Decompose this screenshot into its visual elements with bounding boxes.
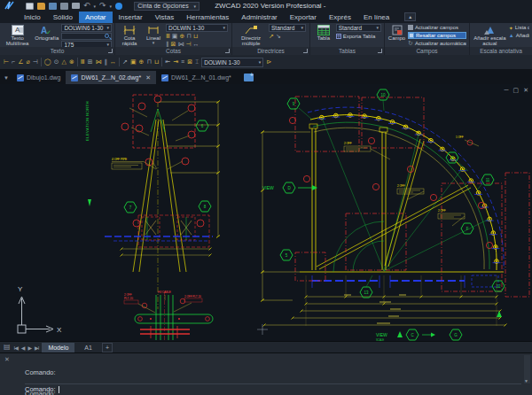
save-as-icon[interactable] xyxy=(60,3,68,10)
dim-style-tool-icon[interactable]: ⌶ xyxy=(195,58,199,66)
undo-icon[interactable]: ↶ xyxy=(83,2,90,10)
tab-herramientas[interactable]: Herramientas xyxy=(180,12,235,23)
scale-list-button[interactable]: ✦Lista d xyxy=(509,24,529,31)
tolerance-tool-icon[interactable]: ▣ xyxy=(130,58,137,66)
minimize-icon[interactable]: ─ xyxy=(505,86,509,94)
export-table-button[interactable]: Exporta Tabla xyxy=(336,33,381,40)
tab-en-linea[interactable]: En línea xyxy=(357,12,395,23)
center-mark-icon[interactable]: ⊓ xyxy=(186,33,191,40)
command-history[interactable]: Comando: Comando: Comando: Comando: <cam… xyxy=(25,355,518,383)
arc-length-tool-icon[interactable]: △ xyxy=(62,58,66,66)
close-icon[interactable]: ✕ xyxy=(523,86,528,94)
dim-text-edit-tool-icon[interactable]: ⊓ xyxy=(146,58,151,66)
close-command-icon[interactable]: ✕ xyxy=(4,356,10,363)
radius-dim-tool-icon[interactable]: ◯ xyxy=(44,58,51,66)
open-file-icon[interactable] xyxy=(37,3,45,10)
linear-dimension-button[interactable]: Lineal▾ xyxy=(143,24,164,46)
doc-tab-dw61-01[interactable]: DW61_Z...N_01.dwg* xyxy=(156,71,237,84)
close-tab-icon[interactable]: ✕ xyxy=(145,74,151,81)
highlight-fields-button[interactable]: Resaltar campos xyxy=(408,32,466,39)
undo-dropdown-icon[interactable]: ▾ xyxy=(94,4,97,9)
ordinate-dim-tool-icon[interactable]: ⊣ xyxy=(33,58,38,66)
dim-override-tool-icon[interactable]: ⊠ xyxy=(187,58,192,66)
panel-launcher-icon[interactable] xyxy=(225,49,230,53)
update-fields-button[interactable]: Actualizar campos xyxy=(408,24,466,31)
break-dim-icon[interactable]: ⊔ xyxy=(193,33,198,40)
last-layout-icon[interactable]: ▶I xyxy=(35,345,38,351)
online-icon[interactable] xyxy=(115,3,122,10)
command-input[interactable]: Comando: xyxy=(25,383,521,393)
redo-dropdown-icon[interactable]: ▾ xyxy=(110,4,113,9)
panel-launcher-icon[interactable] xyxy=(108,49,113,53)
text-search-input[interactable] xyxy=(61,33,112,41)
jogged-tool-icon[interactable]: ⊗ xyxy=(69,58,74,66)
center-mark-tool-icon[interactable]: ⊙ xyxy=(54,58,59,66)
aligned-dim-tool-icon[interactable]: ⌐ xyxy=(12,58,15,66)
remove-leader-icon[interactable]: ↘ xyxy=(276,33,281,40)
table-button[interactable]: Tabla xyxy=(313,24,334,41)
doc-tab-dibujo1[interactable]: Dibujo1.dwg xyxy=(12,71,66,84)
tab-insertar[interactable]: Insertar xyxy=(113,12,149,23)
field-button[interactable]: Campo xyxy=(387,24,406,41)
first-layout-icon[interactable]: I◀ xyxy=(14,345,18,351)
doc-tab-dw61-02[interactable]: DW61_Z...N_02.dwg* ✕ xyxy=(66,71,156,84)
oblique-tool-icon[interactable]: ∥ xyxy=(105,58,108,66)
dim-toolbar-style-dropdown[interactable]: DOLWIN 1-30▾ xyxy=(201,58,263,67)
new-file-icon[interactable] xyxy=(26,3,34,10)
quick-dim-tool-icon[interactable]: ⋈ xyxy=(96,58,102,66)
mleader-style-dropdown[interactable]: Standard▾ xyxy=(269,24,306,32)
next-layout-icon[interactable]: ▶ xyxy=(27,345,31,351)
restore-icon[interactable]: ▢ xyxy=(513,86,520,94)
tab-vistas[interactable]: Vistas xyxy=(149,12,181,23)
tab-solido[interactable]: Sólido xyxy=(47,12,79,23)
dim-break-tool-icon[interactable]: ⇤ xyxy=(165,58,170,66)
panel-launcher-icon[interactable] xyxy=(378,49,382,53)
save-icon[interactable] xyxy=(49,3,57,10)
redo-icon[interactable]: ↷ xyxy=(99,2,106,10)
continue-tool-icon[interactable]: ⊞ xyxy=(88,58,93,66)
layout-tab-a1[interactable]: A1 xyxy=(78,343,98,352)
text-style-dropdown[interactable]: DOLWIN6 1-30▾ xyxy=(61,24,112,32)
add-scale-button[interactable]: ▲Añadi xyxy=(509,32,529,39)
prev-layout-icon[interactable]: ◀ xyxy=(21,345,25,351)
crosshair-mark xyxy=(257,324,268,335)
new-drawing-tab-icon[interactable] xyxy=(244,74,254,81)
quick-dimension-button[interactable]: Cota rápida xyxy=(118,24,141,47)
command-scrollbar[interactable] xyxy=(524,355,530,383)
svg-text:VIEW: VIEW xyxy=(262,185,274,190)
print-icon[interactable] xyxy=(72,3,80,9)
collapse-ribbon-icon[interactable]: ▴ xyxy=(404,12,416,21)
angular-dim-tool-icon[interactable]: ∠ xyxy=(18,58,23,66)
drawing-canvas[interactable]: ELEVATION NORTH 6 7 8 4 xyxy=(0,84,532,341)
dim-update-tool-icon[interactable]: ⊔ xyxy=(154,58,159,66)
layout-list-icon[interactable]: ▤ xyxy=(4,343,11,352)
leader-tool-icon[interactable]: ↗ xyxy=(122,58,128,66)
doc-tab-list-icon[interactable]: ▼ xyxy=(0,75,12,84)
layout-tab-model[interactable]: Modelo xyxy=(42,343,74,352)
add-layout-button[interactable]: + xyxy=(102,343,113,352)
dim-style-dropdown[interactable]: DOLWIN 1-30▾ xyxy=(166,24,228,32)
continue-dim-icon[interactable]: ▣ xyxy=(172,33,178,40)
dim-space-tool-icon[interactable]: ↔ xyxy=(110,58,116,66)
tab-inicio[interactable]: Inicio xyxy=(18,12,47,23)
add-leader-icon[interactable]: ↗ xyxy=(269,33,274,40)
spell-check-button[interactable]: A✓ Ortografía xyxy=(34,24,59,41)
linear-dim-tool-icon[interactable]: ⊢ xyxy=(4,58,9,66)
dim-reassociate-tool-icon[interactable]: ≡ xyxy=(181,58,184,66)
baseline-dim-icon[interactable]: Ⅲ xyxy=(166,33,170,40)
tab-anotar[interactable]: Anotar xyxy=(79,12,113,23)
table-style-dropdown[interactable]: Standard▾ xyxy=(336,24,381,32)
tab-exportar[interactable]: Exportar xyxy=(284,12,323,23)
ribbon-options-dropdown[interactable]: Cinta de Opciones ▾ xyxy=(134,2,200,11)
panel-launcher-icon[interactable] xyxy=(303,49,308,53)
auto-update-fields-button[interactable]: ↻Actualizar automáticamente▾ xyxy=(408,40,466,47)
tab-expres[interactable]: Exprés xyxy=(323,12,357,23)
dim-style-manager-icon[interactable]: ⊳ xyxy=(266,58,271,66)
tab-administrar[interactable]: Administrar xyxy=(235,12,283,23)
multileader-button[interactable]: Directriz múltiple xyxy=(235,24,267,47)
dim-jog-line-tool-icon[interactable]: ⇥ xyxy=(173,58,178,66)
angular-dim-icon[interactable]: ⊕ xyxy=(179,33,184,40)
baseline-tool-icon[interactable]: Ⅲ xyxy=(81,58,85,66)
dim-edit-tool-icon[interactable]: ⊕ xyxy=(139,58,145,66)
diameter-dim-tool-icon[interactable]: ⌀ xyxy=(26,58,29,66)
